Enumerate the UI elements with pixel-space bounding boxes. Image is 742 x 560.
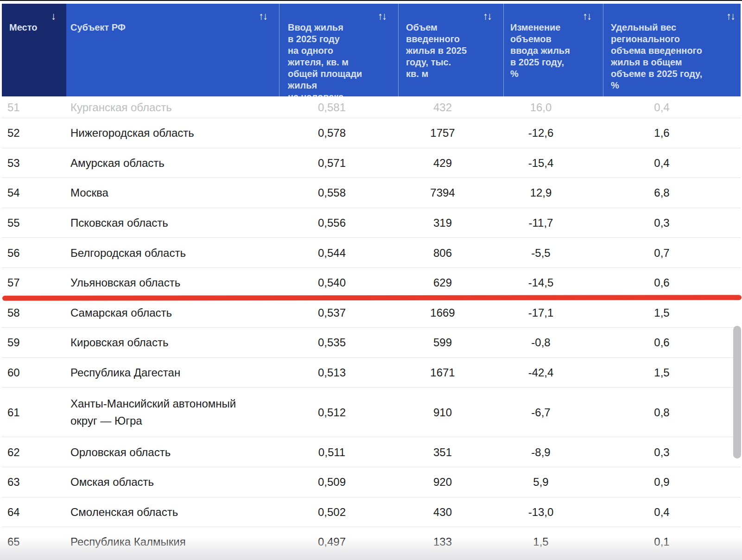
table-header: Место ↓ Субъект РФ ↑↓ Ввод жилья в 2025 … bbox=[2, 4, 741, 96]
column-header-change[interactable]: Изменение объемов ввода жилья в 2025 год… bbox=[503, 4, 603, 96]
region-cell: Орловская область bbox=[66, 444, 279, 461]
change-cell: 1,5 bbox=[503, 533, 603, 550]
volume-cell: 133 bbox=[398, 533, 503, 550]
sort-toggle-icon[interactable]: ↑↓ bbox=[259, 10, 267, 22]
rank-cell: 60 bbox=[2, 364, 66, 381]
region-cell: Ханты-Мансийский автономный округ — Югра bbox=[66, 395, 279, 429]
volume-cell: 599 bbox=[398, 334, 503, 351]
rank-cell: 57 bbox=[2, 274, 66, 291]
share-cell: 0,4 bbox=[603, 503, 741, 521]
share-cell: 6,8 bbox=[603, 184, 741, 201]
region-cell: Республика Дагестан bbox=[66, 364, 279, 381]
column-header-rank-label: Место bbox=[9, 22, 37, 32]
table-row: 51 Курганская область 0,581 432 16,0 0,4 bbox=[2, 96, 741, 118]
rank-cell: 61 bbox=[2, 404, 66, 421]
change-cell: -6,7 bbox=[503, 404, 603, 421]
per-capita-cell: 0,497 bbox=[279, 533, 398, 550]
share-cell: 0,4 bbox=[603, 154, 741, 172]
volume-cell: 430 bbox=[398, 503, 503, 521]
window-top-edge bbox=[0, 0, 742, 1]
per-capita-cell: 0,535 bbox=[279, 334, 398, 351]
change-cell: -8,9 bbox=[503, 444, 603, 461]
rank-cell: 51 bbox=[2, 99, 66, 116]
volume-cell: 432 bbox=[398, 99, 503, 116]
per-capita-cell: 0,511 bbox=[279, 444, 398, 461]
change-cell: 12,9 bbox=[503, 184, 603, 201]
change-cell: -13,0 bbox=[503, 503, 603, 521]
table-row: 59 Кировская область 0,535 599 -0,8 0,6 bbox=[2, 328, 741, 358]
table-row: 55 Псковская область 0,556 319 -11,7 0,3 bbox=[2, 208, 741, 238]
column-header-region-label: Субъект РФ bbox=[70, 22, 126, 32]
region-cell: Псковская область bbox=[66, 214, 279, 231]
sort-toggle-icon[interactable]: ↑↓ bbox=[583, 10, 591, 22]
column-header-share[interactable]: Удельный вес регионального объема введен… bbox=[603, 4, 741, 96]
column-header-rank[interactable]: Место ↓ bbox=[2, 4, 66, 96]
share-cell: 1,5 bbox=[603, 304, 741, 321]
volume-cell: 319 bbox=[398, 214, 503, 231]
table-row: 65 Республика Калмыкия 0,497 133 1,5 0,1 bbox=[2, 527, 741, 557]
table-body: 51 Курганская область 0,581 432 16,0 0,4… bbox=[2, 96, 741, 557]
regions-rating-table: Место ↓ Субъект РФ ↑↓ Ввод жилья в 2025 … bbox=[2, 4, 741, 560]
table-row: 54 Москва 0,558 7394 12,9 6,8 bbox=[2, 178, 741, 208]
rank-cell: 52 bbox=[2, 124, 66, 141]
volume-cell: 429 bbox=[398, 154, 503, 172]
volume-cell: 920 bbox=[398, 473, 503, 490]
share-cell: 1,6 bbox=[603, 124, 741, 141]
rank-cell: 63 bbox=[2, 473, 66, 490]
rank-cell: 65 bbox=[2, 533, 66, 550]
change-cell: -17,1 bbox=[503, 304, 603, 321]
per-capita-cell: 0,537 bbox=[279, 304, 398, 321]
per-capita-cell: 0,571 bbox=[279, 154, 398, 172]
per-capita-cell: 0,581 bbox=[279, 99, 398, 116]
change-cell: -5,5 bbox=[503, 244, 603, 261]
column-header-per-capita-label: Ввод жилья в 2025 году на одного жителя,… bbox=[288, 22, 362, 102]
table-row: 58 Самарская область 0,537 1669 -17,1 1,… bbox=[2, 298, 741, 328]
rank-cell: 64 bbox=[2, 503, 66, 521]
sort-descending-icon[interactable]: ↓ bbox=[51, 10, 55, 22]
change-cell: -0,8 bbox=[503, 334, 603, 351]
table-row: 61 Ханты-Мансийский автономный округ — Ю… bbox=[2, 388, 741, 437]
share-cell: 0,6 bbox=[603, 274, 741, 291]
region-cell: Нижегородская область bbox=[66, 124, 279, 141]
rank-cell: 54 bbox=[2, 184, 66, 201]
per-capita-cell: 0,502 bbox=[279, 503, 398, 521]
change-cell: -12,6 bbox=[503, 124, 603, 141]
column-header-per-capita[interactable]: Ввод жилья в 2025 году на одного жителя,… bbox=[279, 4, 398, 96]
table-row: 60 Республика Дагестан 0,513 1671 -42,4 … bbox=[2, 358, 741, 388]
sort-toggle-icon[interactable]: ↑↓ bbox=[378, 10, 386, 22]
region-cell: Самарская область bbox=[66, 304, 279, 321]
table-row: 63 Омская область 0,509 920 5,9 0,9 bbox=[2, 467, 741, 497]
share-cell: 0,1 bbox=[603, 533, 741, 550]
column-header-volume[interactable]: Объем введенного жилья в 2025 году, тыс.… bbox=[398, 4, 503, 96]
region-cell: Ульяновская область bbox=[66, 274, 279, 291]
vertical-scrollbar-thumb[interactable] bbox=[733, 326, 741, 458]
share-cell: 0,9 bbox=[603, 473, 741, 490]
rank-cell: 53 bbox=[2, 154, 66, 172]
rank-cell: 55 bbox=[2, 214, 66, 231]
table-row: 56 Белгородская область 0,544 806 -5,5 0… bbox=[2, 238, 741, 268]
region-cell: Москва bbox=[66, 184, 279, 201]
region-cell: Белгородская область bbox=[66, 244, 279, 261]
column-header-region[interactable]: Субъект РФ ↑↓ bbox=[66, 4, 279, 96]
table-row: 62 Орловская область 0,511 351 -8,9 0,3 bbox=[2, 437, 741, 467]
change-cell: -11,7 bbox=[503, 214, 603, 231]
volume-cell: 629 bbox=[398, 274, 503, 291]
change-cell: -15,4 bbox=[503, 154, 603, 172]
share-cell: 0,8 bbox=[603, 404, 741, 421]
share-cell: 0,6 bbox=[603, 334, 741, 351]
table-row: 64 Смоленская область 0,502 430 -13,0 0,… bbox=[2, 497, 741, 528]
share-cell: 1,5 bbox=[603, 364, 741, 381]
share-cell: 0,4 bbox=[603, 99, 741, 116]
sort-toggle-icon[interactable]: ↑↓ bbox=[726, 10, 735, 22]
region-cell: Курганская область bbox=[66, 99, 279, 116]
region-cell: Амурская область bbox=[66, 154, 279, 172]
sort-toggle-icon[interactable]: ↑↓ bbox=[483, 10, 491, 22]
table-row: 52 Нижегородская область 0,578 1757 -12,… bbox=[2, 118, 741, 148]
region-cell: Смоленская область bbox=[66, 503, 279, 521]
region-cell: Кировская область bbox=[66, 334, 279, 351]
rank-cell: 58 bbox=[2, 304, 66, 321]
region-cell: Республика Калмыкия bbox=[66, 533, 279, 550]
share-cell: 0,7 bbox=[603, 244, 741, 261]
rank-cell: 56 bbox=[2, 244, 66, 261]
per-capita-cell: 0,558 bbox=[279, 184, 398, 201]
